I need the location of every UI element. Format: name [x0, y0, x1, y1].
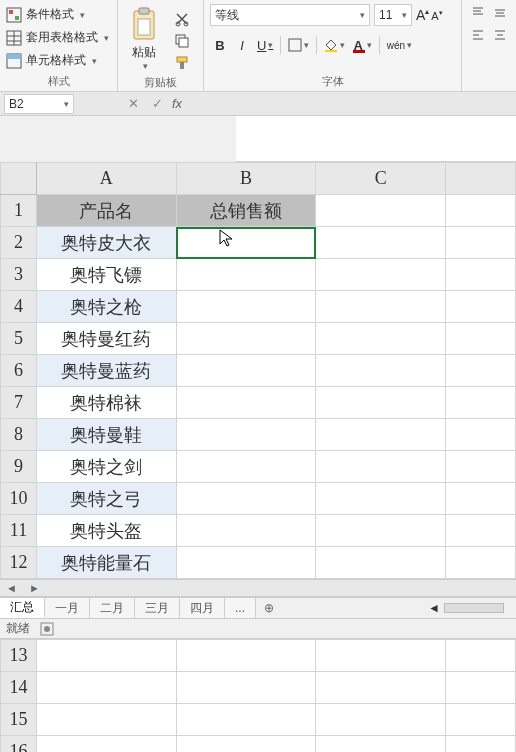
hscroll-track[interactable]	[444, 603, 504, 613]
cell[interactable]	[176, 483, 316, 515]
row-header[interactable]: 2	[1, 227, 37, 259]
column-header-d[interactable]	[446, 163, 516, 195]
cell[interactable]	[446, 547, 516, 579]
cell[interactable]	[316, 515, 446, 547]
confirm-formula-button[interactable]: ✓	[148, 96, 166, 111]
sheet-tab[interactable]: 二月	[90, 598, 135, 618]
table-format-button[interactable]: 套用表格格式 ▾	[6, 27, 109, 48]
column-header-c[interactable]: C	[316, 163, 446, 195]
align-top-button[interactable]	[468, 4, 488, 22]
format-painter-button[interactable]	[172, 54, 192, 72]
cell[interactable]	[36, 736, 176, 753]
row-header[interactable]: 14	[1, 672, 37, 704]
cell[interactable]	[176, 451, 316, 483]
macro-record-icon[interactable]	[40, 622, 54, 636]
sheet-tab-more[interactable]: ...	[225, 598, 256, 618]
cell[interactable]: 奥特皮大衣	[36, 227, 176, 259]
sheet-nav-next[interactable]: ►	[29, 582, 40, 594]
sheet-tab[interactable]: 一月	[45, 598, 90, 618]
cell[interactable]: 奥特曼蓝药	[36, 355, 176, 387]
cell[interactable]	[446, 323, 516, 355]
phonetic-button[interactable]: wén▾	[384, 34, 415, 56]
spreadsheet-grid-lower[interactable]: 13141516	[0, 639, 516, 752]
cell[interactable]	[316, 736, 446, 753]
cell[interactable]	[446, 387, 516, 419]
paste-button[interactable]: 粘贴 ▾	[124, 4, 164, 73]
add-sheet-button[interactable]: ⊕	[256, 598, 282, 618]
decrease-font-button[interactable]: A▾	[431, 9, 442, 22]
cell[interactable]	[446, 515, 516, 547]
cell[interactable]	[446, 259, 516, 291]
cell[interactable]	[446, 736, 516, 753]
cell[interactable]	[316, 419, 446, 451]
cell[interactable]	[316, 355, 446, 387]
cell[interactable]: 总销售额	[176, 195, 316, 227]
align-center-button[interactable]	[490, 26, 510, 44]
cell[interactable]	[176, 640, 316, 672]
cell[interactable]	[316, 547, 446, 579]
sheet-nav-first[interactable]: ◄	[6, 582, 17, 594]
cell[interactable]	[316, 704, 446, 736]
cell[interactable]	[316, 387, 446, 419]
row-header[interactable]: 4	[1, 291, 37, 323]
cell[interactable]	[36, 640, 176, 672]
cell[interactable]	[176, 736, 316, 753]
cell[interactable]	[446, 227, 516, 259]
cell[interactable]: 产品名	[36, 195, 176, 227]
cell-style-button[interactable]: 单元格样式 ▾	[6, 50, 97, 71]
cell[interactable]	[446, 672, 516, 704]
cell[interactable]	[176, 291, 316, 323]
cell[interactable]	[176, 547, 316, 579]
cell[interactable]	[446, 483, 516, 515]
row-header[interactable]: 8	[1, 419, 37, 451]
cell[interactable]	[316, 640, 446, 672]
cell[interactable]	[316, 259, 446, 291]
cell[interactable]: 奥特之枪	[36, 291, 176, 323]
cell[interactable]: 奥特能量石	[36, 547, 176, 579]
cell[interactable]	[446, 451, 516, 483]
row-header[interactable]: 1	[1, 195, 37, 227]
formula-input[interactable]	[236, 116, 516, 162]
cell[interactable]	[176, 672, 316, 704]
cell[interactable]: 奥特棉袜	[36, 387, 176, 419]
row-header[interactable]: 16	[1, 736, 37, 753]
row-header[interactable]: 11	[1, 515, 37, 547]
cell[interactable]: 奥特之弓	[36, 483, 176, 515]
column-header-a[interactable]: A	[36, 163, 176, 195]
font-size-select[interactable]: 11 ▾	[374, 4, 412, 26]
cell[interactable]	[316, 323, 446, 355]
cell[interactable]	[316, 291, 446, 323]
cell[interactable]	[176, 515, 316, 547]
align-middle-button[interactable]	[490, 4, 510, 22]
sheet-tab-active[interactable]: 汇总	[0, 598, 45, 618]
cell[interactable]	[36, 672, 176, 704]
underline-button[interactable]: U▾	[254, 34, 276, 56]
row-header[interactable]: 15	[1, 704, 37, 736]
column-header-b[interactable]: B	[176, 163, 316, 195]
cell[interactable]: 奥特曼鞋	[36, 419, 176, 451]
cell[interactable]: 奥特头盔	[36, 515, 176, 547]
select-all-corner[interactable]	[1, 163, 37, 195]
font-color-button[interactable]: A▾	[350, 34, 374, 56]
cell[interactable]	[446, 195, 516, 227]
row-header[interactable]: 3	[1, 259, 37, 291]
bold-button[interactable]: B	[210, 34, 230, 56]
cell[interactable]	[446, 291, 516, 323]
cancel-formula-button[interactable]: ✕	[124, 96, 142, 111]
cell[interactable]	[176, 419, 316, 451]
cell[interactable]	[176, 387, 316, 419]
cell[interactable]	[316, 227, 446, 259]
cell[interactable]	[316, 451, 446, 483]
font-name-select[interactable]: 等线 ▾	[210, 4, 370, 26]
cell[interactable]	[36, 704, 176, 736]
conditional-format-button[interactable]: 条件格式 ▾	[6, 4, 85, 25]
cell[interactable]: 奥特飞镖	[36, 259, 176, 291]
name-box[interactable]: B2 ▾	[4, 94, 74, 114]
cell[interactable]	[316, 672, 446, 704]
italic-button[interactable]: I	[232, 34, 252, 56]
fx-label[interactable]: fx	[172, 96, 182, 111]
cell[interactable]	[446, 419, 516, 451]
copy-button[interactable]	[172, 32, 192, 50]
cut-button[interactable]	[172, 10, 192, 28]
cell[interactable]: 奥特之剑	[36, 451, 176, 483]
